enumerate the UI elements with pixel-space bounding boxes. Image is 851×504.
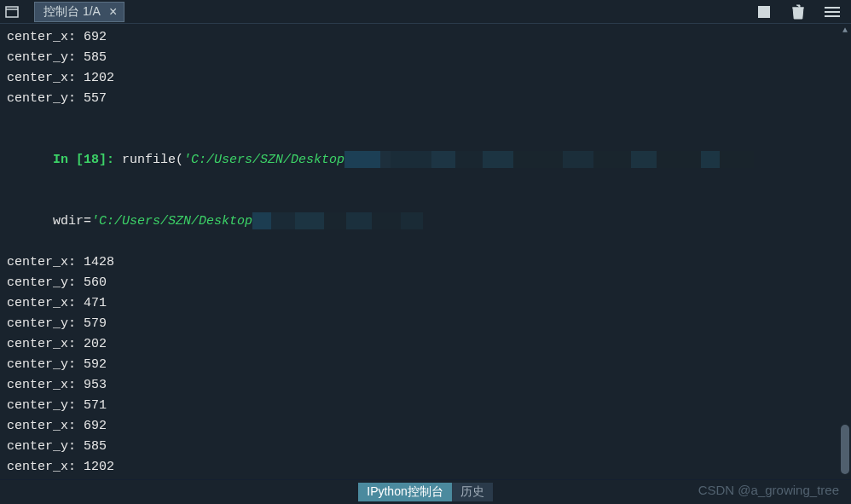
svg-rect-24 [372,212,401,229]
output-line: center_y: 585 [7,48,832,68]
prompt: In [18]: [53,153,114,167]
output-line: center_x: 953 [7,375,832,396]
svg-rect-9 [431,151,455,168]
trash-icon[interactable] [790,3,807,20]
svg-rect-17 [701,151,720,168]
svg-rect-21 [295,212,324,229]
scroll-up-icon[interactable]: ▲ [841,26,849,34]
output-line: center_x: 1202 [7,68,832,89]
svg-rect-13 [563,151,593,168]
input-line: wdir='C:/Users/SZN/Desktop [7,191,832,252]
svg-rect-7 [380,151,391,168]
redacted-block [344,151,754,168]
titlebar-left: 控制台 1/A × [0,0,124,23]
svg-rect-6 [344,151,380,168]
scrollbar[interactable]: ▲ [839,24,851,479]
output-line: center_y: 592 [7,355,832,375]
svg-rect-2 [758,6,770,18]
output-line: center_y: 571 [7,396,832,416]
output-line: center_y: 585 [7,437,832,457]
output-line: center_x: 1428 [7,252,832,273]
svg-rect-16 [657,151,701,168]
output-line: center_x: 202 [7,334,832,355]
status-tab-ipython[interactable]: IPython控制台 [358,483,451,501]
tab-label: 控制台 1/A [43,4,101,20]
svg-rect-20 [271,212,295,229]
svg-rect-25 [401,212,423,229]
wdir-label: wdir= [53,214,91,229]
svg-rect-11 [483,151,513,168]
svg-rect-19 [252,212,271,229]
output-line: center_y: 557 [7,478,832,479]
output-line: center_y: 560 [7,273,832,293]
svg-rect-18 [720,151,754,168]
output-line: center_x: 471 [7,293,832,314]
path-string: 'C:/Users/SZN/Desktop [91,214,252,229]
tab-console[interactable]: 控制台 1/A × [34,2,124,22]
close-icon[interactable]: × [106,4,120,20]
status-tab-history[interactable]: 历史 [452,483,493,501]
svg-rect-23 [346,212,372,229]
redacted-block [252,212,423,229]
output-line: center_y: 579 [7,314,832,334]
svg-rect-14 [593,151,631,168]
svg-rect-8 [391,151,431,168]
stop-icon[interactable] [755,3,773,20]
svg-rect-12 [513,151,563,168]
code-text: runfile( [114,153,183,167]
svg-rect-10 [455,151,483,168]
output-line: center_x: 692 [7,27,832,48]
console-area: center_x: 692 center_y: 585 center_x: 12… [0,24,851,479]
output-line: center_y: 557 [7,89,832,109]
svg-rect-22 [324,212,346,229]
svg-rect-15 [631,151,657,168]
scrollbar-thumb[interactable] [841,425,849,474]
console-content[interactable]: center_x: 692 center_y: 585 center_x: 12… [0,24,839,479]
titlebar: 控制台 1/A × [0,0,851,24]
input-line: In [18]: runfile('C:/Users/SZN/Desktop [7,130,832,191]
app-icon[interactable] [0,0,24,24]
output-line: center_x: 1202 [7,457,832,478]
svg-rect-0 [6,7,18,17]
output-line: center_x: 692 [7,416,832,437]
titlebar-right [755,3,851,20]
menu-icon[interactable] [824,3,841,20]
blank-line [7,109,832,130]
watermark: CSDN @a_growing_tree [698,483,839,497]
path-string: 'C:/Users/SZN/Desktop [183,153,344,167]
